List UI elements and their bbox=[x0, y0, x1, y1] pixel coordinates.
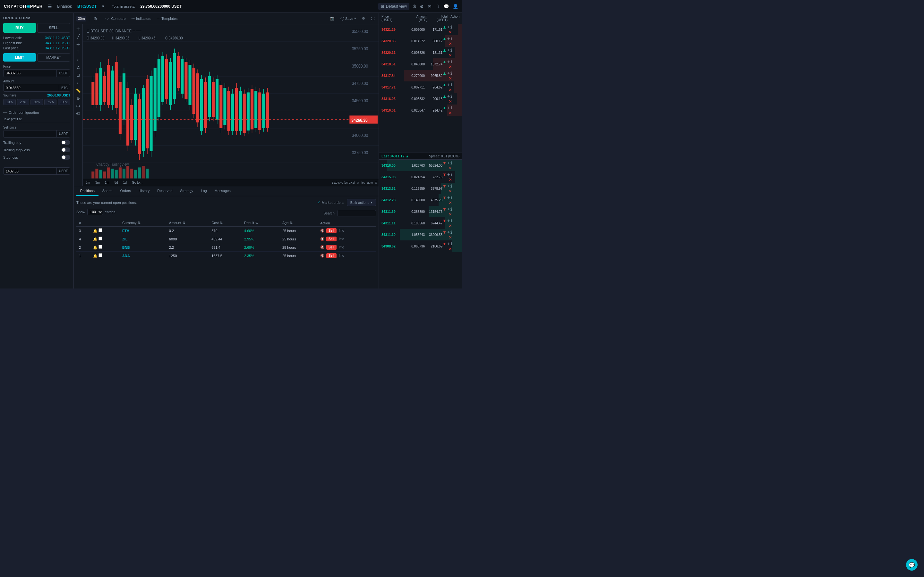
col-currency[interactable]: Currency ⇅ bbox=[120, 219, 166, 227]
angle-tool[interactable]: ∠ bbox=[75, 64, 81, 71]
timeframe-6m[interactable]: 6m bbox=[84, 180, 92, 185]
pos-sell-btn[interactable]: Sell bbox=[326, 237, 336, 242]
ask-info-btn[interactable]: ℹ bbox=[451, 48, 452, 53]
back-tool[interactable]: ← bbox=[75, 79, 81, 86]
pos-checkbox[interactable] bbox=[99, 237, 102, 240]
bid-x-btn[interactable]: ✕ bbox=[449, 177, 452, 182]
bid-x-btn[interactable]: ✕ bbox=[449, 247, 452, 251]
goto-btn[interactable]: Go to... bbox=[130, 180, 144, 185]
camera-btn[interactable]: 📷 bbox=[328, 15, 336, 21]
highest-bid-value[interactable]: 34311.11 USDT bbox=[45, 41, 70, 45]
orderbook-ask-row[interactable]: 34318.51 0.040000 1372.74 ▲ + ℹ ✕ bbox=[379, 58, 462, 70]
pos-sell-btn[interactable]: Sell bbox=[326, 245, 336, 250]
pos-currency[interactable]: ZIL bbox=[122, 237, 128, 241]
pos-currency[interactable]: BNB bbox=[122, 245, 130, 250]
col-result[interactable]: Result ⇅ bbox=[242, 219, 280, 227]
col-amount[interactable]: Amount ⇅ bbox=[166, 219, 209, 227]
timeframe-1m[interactable]: 1m bbox=[103, 180, 111, 185]
pct-50-button[interactable]: 50% bbox=[31, 99, 43, 105]
trailing-stop-toggle[interactable] bbox=[61, 147, 70, 152]
compare-btn[interactable]: ⟋⟋ Compare bbox=[102, 16, 127, 21]
bid-info-btn[interactable]: ℹ bbox=[451, 172, 452, 177]
orderbook-bid-row[interactable]: 34316.00 1.626763 55824.00 ▼ + ℹ ✕ bbox=[379, 160, 462, 171]
orderbook-bid-row[interactable]: 34311.69 0.383390 13154.76 ▼ + ℹ ✕ bbox=[379, 206, 462, 218]
lowest-ask-value[interactable]: 34311.12 USDT bbox=[45, 36, 70, 40]
user-icon[interactable]: 👤 bbox=[453, 4, 458, 9]
bid-down-btn[interactable]: ▼ bbox=[443, 242, 447, 246]
stop-loss-input[interactable] bbox=[3, 168, 57, 174]
market-orders-toggle[interactable]: ✓ Market orders bbox=[318, 200, 344, 205]
draw-line-tool[interactable]: ╱ bbox=[75, 33, 81, 40]
chat-icon[interactable]: 💬 bbox=[443, 4, 449, 9]
pos-info-btn[interactable]: Info bbox=[339, 229, 344, 232]
bulk-actions-button[interactable]: Bulk actions ▾ bbox=[347, 199, 376, 206]
default-view-btn[interactable]: ⊞ Default view bbox=[378, 3, 409, 10]
chart-log[interactable]: log bbox=[361, 181, 365, 184]
ask-up-btn[interactable]: ▲ bbox=[443, 48, 447, 53]
tab-strategy[interactable]: Strategy bbox=[176, 186, 197, 196]
timeframe-1d[interactable]: 1d bbox=[121, 180, 128, 185]
pct-100-button[interactable]: 100% bbox=[58, 99, 70, 105]
indicators-btn[interactable]: 〰 Indicators bbox=[130, 16, 153, 21]
ruler-tool[interactable]: 📏 bbox=[75, 87, 81, 93]
ask-plus-btn[interactable]: + bbox=[447, 47, 450, 53]
orderbook-bid-row[interactable]: 34313.62 0.115959 3978.97 ▼ + ℹ ✕ bbox=[379, 183, 462, 194]
order-config-toggle[interactable]: — Order configuration bbox=[3, 110, 70, 115]
save-btn[interactable]: ◯ Save ▾ bbox=[339, 15, 358, 21]
sell-button[interactable]: SELL bbox=[37, 23, 71, 33]
col-cost[interactable]: Cost ⇅ bbox=[209, 219, 242, 227]
fullscreen-btn[interactable]: ⛶ bbox=[369, 16, 376, 21]
settings-chart-btn[interactable]: ⚙ bbox=[360, 15, 367, 21]
stop-loss-toggle[interactable] bbox=[61, 155, 70, 160]
ask-info-btn[interactable]: ℹ bbox=[451, 82, 452, 87]
orderbook-ask-row[interactable]: 34320.85 0.014572 500.12 ▲ + ℹ ✕ bbox=[379, 35, 462, 47]
pos-currency[interactable]: ADA bbox=[122, 254, 130, 258]
ask-plus-btn[interactable]: + bbox=[447, 24, 450, 29]
orderbook-bid-row[interactable]: 34315.98 0.021354 732.78 ▼ + ℹ ✕ bbox=[379, 171, 462, 183]
ask-up-btn[interactable]: ▲ bbox=[443, 25, 447, 29]
templates-btn[interactable]: ⋯ Templates bbox=[155, 15, 179, 21]
save-dropdown-icon[interactable]: ▾ bbox=[354, 16, 356, 21]
chart-auto[interactable]: auto bbox=[367, 181, 373, 184]
orderbook-bid-row[interactable]: 34311.10 1.055243 36206.55 ▼ + ℹ ✕ bbox=[379, 229, 462, 240]
ask-x-btn[interactable]: ✕ bbox=[449, 53, 452, 58]
orderbook-bid-row[interactable]: 34312.28 0.145000 4975.28 ▼ + ℹ ✕ bbox=[379, 194, 462, 206]
price-input[interactable] bbox=[3, 69, 57, 77]
ask-plus-btn[interactable]: + bbox=[447, 93, 450, 99]
crosshair-btn[interactable]: ⊕ bbox=[92, 15, 99, 22]
pos-checkbox[interactable] bbox=[99, 228, 102, 232]
tab-positions[interactable]: Positions bbox=[76, 186, 99, 196]
orderbook-bid-row[interactable]: 34311.11 0.196568 6744.47 ▼ + ℹ ✕ bbox=[379, 218, 462, 229]
text-tool[interactable]: T bbox=[75, 49, 81, 55]
pct-10-button[interactable]: 10% bbox=[3, 99, 16, 105]
pos-info-btn[interactable]: Info bbox=[339, 245, 344, 249]
timeframe-5d[interactable]: 5d bbox=[113, 180, 120, 185]
measure-tool[interactable]: ↔ bbox=[75, 56, 81, 63]
tab-log[interactable]: Log bbox=[197, 186, 210, 196]
bid-plus-btn[interactable]: + bbox=[447, 241, 450, 246]
orderbook-ask-row[interactable]: 34321.29 0.005000 171.61 ▲ + ℹ ✕ bbox=[379, 24, 462, 35]
ask-x-btn[interactable]: ✕ bbox=[449, 99, 452, 104]
pair-dropdown-icon[interactable]: ▾ bbox=[102, 4, 104, 9]
orderbook-ask-row[interactable]: 34316.05 0.005832 200.13 ▲ + ℹ ✕ bbox=[379, 93, 462, 105]
tab-shorts[interactable]: Shorts bbox=[99, 186, 116, 196]
ask-info-btn[interactable]: ℹ bbox=[451, 25, 452, 29]
theme-icon[interactable]: ☽ bbox=[435, 4, 439, 9]
pos-sell-btn[interactable]: Sell bbox=[326, 253, 336, 258]
ask-x-btn[interactable]: ✕ bbox=[449, 87, 452, 92]
trailing-buy-toggle[interactable] bbox=[61, 140, 70, 145]
timeframe-3m[interactable]: 3m bbox=[94, 180, 102, 185]
tab-messages[interactable]: Messages bbox=[211, 186, 234, 196]
pos-sell-btn[interactable]: Sell bbox=[326, 228, 336, 233]
pos-checkbox[interactable] bbox=[99, 253, 102, 257]
buy-button[interactable]: BUY bbox=[3, 23, 36, 33]
ask-up-btn[interactable]: ▲ bbox=[443, 105, 447, 110]
search-input[interactable] bbox=[338, 210, 376, 216]
ask-up-btn[interactable]: ▲ bbox=[443, 82, 447, 87]
settings-icon[interactable]: ⚙ bbox=[420, 4, 424, 9]
tag-tool[interactable]: 🏷 bbox=[75, 110, 81, 117]
pos-checkbox[interactable] bbox=[99, 245, 102, 249]
market-button[interactable]: MARKET bbox=[37, 53, 71, 61]
timeframe-30m-btn[interactable]: 30m bbox=[76, 16, 86, 21]
col-age[interactable]: Age ⇅ bbox=[280, 219, 318, 227]
